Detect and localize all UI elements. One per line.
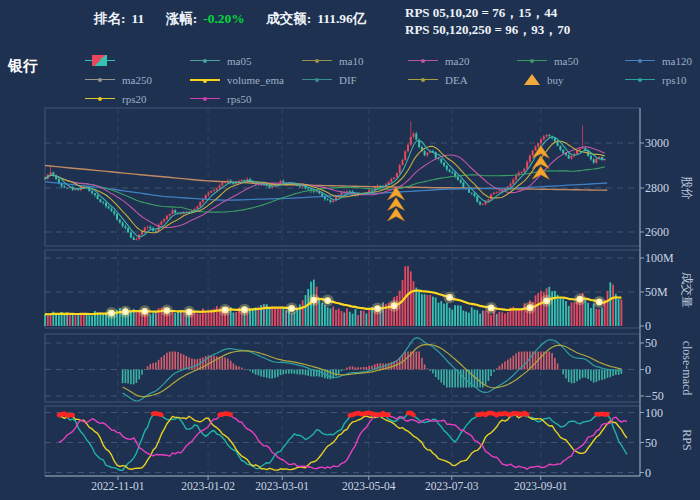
macd-hist-bar (183, 355, 185, 370)
volume-bar (155, 312, 157, 326)
macd-hist-bar (180, 354, 182, 370)
macd-hist-bar (150, 364, 152, 370)
volume-bar (440, 301, 442, 326)
macd-hist-bar (485, 370, 487, 385)
legend-label: ma250 (122, 74, 152, 86)
rps10-line (59, 413, 627, 470)
candle-body (476, 196, 478, 202)
candle-body (568, 155, 570, 159)
candle-body (487, 199, 489, 201)
turnover-label: 成交额: (266, 11, 311, 26)
volume-ema-dot-core (124, 310, 127, 313)
candle-body (113, 211, 115, 214)
rps-summary-line2: RPS 50,120,250 = 96，93，70 (405, 22, 570, 39)
macd-hist-bar (307, 370, 309, 376)
volume-ema-dot-core (243, 308, 246, 311)
macd-hist-bar (488, 370, 490, 382)
candle-body (443, 163, 445, 166)
macd-hist-bar (496, 368, 498, 369)
macd-hist-bar (441, 370, 443, 383)
candle-body (571, 156, 573, 159)
legend-marker-dot (638, 59, 642, 63)
volume-bar (560, 298, 562, 326)
candle-body (116, 214, 118, 220)
volume-ema-dot-core (290, 307, 293, 310)
volume-bar (485, 311, 487, 327)
volume-bar (585, 300, 587, 326)
macd-hist-bar (283, 370, 285, 375)
candle-body (263, 185, 265, 186)
volume-bar (307, 289, 309, 326)
candle-body (135, 239, 137, 240)
candle-body (521, 172, 523, 173)
volume-bar (327, 307, 329, 326)
legend-marker-dot (203, 59, 207, 63)
candle-body (349, 191, 351, 192)
x-tick-label: 2023-01-02 (181, 480, 235, 492)
candle-body (479, 202, 481, 205)
legend-marker-dot (203, 97, 207, 101)
macd-hist-bar (593, 370, 595, 383)
legend-item-ma250: ma250 (85, 73, 152, 86)
y-tick-label: 2600 (645, 225, 669, 240)
candle-body (108, 206, 110, 208)
macd-hist-bar (319, 370, 321, 377)
macd-hist-bar (138, 370, 140, 380)
volume-bar (451, 310, 453, 326)
macd-hist-bar (465, 370, 467, 388)
candle-body (169, 214, 171, 216)
candle-body (97, 195, 99, 199)
volume-bar (468, 313, 470, 326)
macd-hist-bar (260, 370, 262, 377)
macd-hist-bar (302, 370, 304, 375)
macd-hist-bar (421, 358, 423, 370)
candle-body (402, 160, 404, 165)
volume-bar (77, 314, 79, 326)
volume-bar (285, 310, 287, 326)
volume-ema-dot-core (598, 300, 601, 303)
volume-bar (280, 307, 282, 326)
legend-label: DEA (445, 74, 468, 86)
volume-bar (496, 314, 498, 326)
macd-hist-bar (152, 363, 154, 369)
volume-bar (504, 314, 506, 326)
volume-bar (58, 314, 60, 326)
candle-body (482, 204, 484, 205)
volume-bar (44, 314, 46, 326)
ma10-line (45, 141, 605, 233)
legend-line-swatch (85, 79, 115, 80)
candle-body (535, 147, 537, 151)
volume-bar (177, 312, 179, 326)
y-tick-label: 0 (645, 465, 651, 480)
volume-bar (291, 313, 293, 326)
volume-bar (402, 280, 404, 326)
volume-bar (83, 313, 85, 326)
macd-hist-bar (518, 352, 520, 370)
volume-bar (75, 315, 77, 326)
macd-hist-bar (601, 370, 603, 381)
candle-body (213, 190, 215, 191)
macd-hist-bar (349, 367, 351, 370)
candle-body (174, 210, 176, 213)
candlestick-icon (85, 54, 115, 67)
volume-bar (318, 300, 320, 326)
macd-hist-bar (141, 370, 143, 375)
macd-hist-bar (482, 370, 484, 388)
candle-body (540, 139, 542, 143)
macd-hist-bar (166, 353, 168, 370)
volume-bar (343, 313, 345, 327)
x-tick-label: 2022-11-01 (91, 480, 144, 492)
volume-bar (152, 313, 154, 326)
macd-hist-bar (266, 370, 268, 378)
legend-label: buy (547, 74, 564, 86)
macd-hist-bar (274, 370, 276, 378)
volume-bar (596, 309, 598, 326)
volume-bar (324, 305, 326, 326)
macd-hist-bar (546, 352, 548, 370)
volume-bar (136, 311, 138, 326)
candle-body (554, 138, 556, 141)
macd-hist-bar (357, 367, 359, 369)
legend-line-swatch (302, 60, 332, 61)
volume-bar (330, 308, 332, 326)
y-tick-label: 2800 (645, 181, 669, 196)
